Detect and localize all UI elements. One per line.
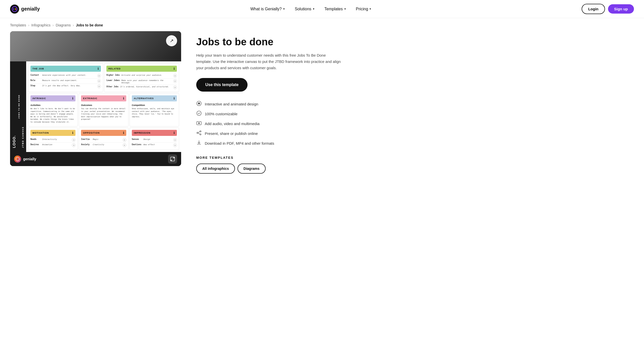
feature-item-2: 100% customizable	[196, 110, 342, 117]
card-motivation: MOTIVATION ℹ Needs Interactivity + Desir…	[28, 128, 78, 150]
info-section: Jobs to be done Help your team to unders…	[196, 31, 342, 174]
outcomes-title: Outcomes	[81, 104, 126, 106]
info-icon-impression: ℹ	[174, 131, 175, 135]
login-button[interactable]: Login	[582, 4, 605, 14]
tag-diagrams[interactable]: Diagrams	[237, 164, 266, 174]
emotions-label: Emotions	[132, 143, 142, 146]
inertia-value: Magic	[93, 138, 121, 140]
alternatives-label: ALTERNATIVES	[134, 97, 154, 100]
needs-value: Interactivity	[42, 138, 70, 140]
senses-label: Senses	[132, 138, 142, 140]
competition-text: Show enthusiasm, smile, and maintain eye…	[132, 107, 177, 118]
higher-jobs-label: Higher Jobs	[106, 74, 120, 76]
plus-icon-context[interactable]: +	[97, 74, 101, 78]
the-job-row-2: Role Measure results and experiment. +	[30, 79, 101, 84]
plus-icon-desires[interactable]: +	[72, 143, 75, 147]
card-motivation-header: MOTIVATION ℹ	[30, 130, 75, 136]
plus-icon-step[interactable]: +	[97, 85, 101, 88]
use-template-button[interactable]: Use this template	[196, 78, 248, 92]
svg-point-8	[198, 102, 200, 104]
plus-icon-needs[interactable]: +	[72, 138, 75, 142]
feature-text-3: Add audio, video and multimedia	[205, 122, 260, 126]
tag-all-infographics[interactable]: All infographics	[196, 164, 235, 174]
plus-icon-emotions[interactable]: +	[173, 143, 177, 147]
nav-link-templates[interactable]: Templates ▾	[320, 5, 350, 13]
opposition-label: OPPOSITION	[83, 132, 100, 134]
share-icon	[196, 130, 202, 137]
impression-row-1: Senses Design +	[132, 137, 177, 143]
impression-label: IMPRESSION	[134, 132, 151, 134]
customizable-icon	[196, 110, 202, 117]
motivation-label: MOTIVATION	[32, 132, 49, 134]
preview-container[interactable]: ↗ JTBD CANVAS JOBS TO BE DONE LOGO.	[10, 31, 181, 166]
svg-point-11	[198, 123, 200, 124]
emotions-value: Wow effect	[143, 143, 172, 146]
related-row-2: Lower Jobes Make sure your audience reme…	[106, 79, 177, 85]
preview-brand: genially	[14, 156, 36, 163]
plus-icon-inertia[interactable]: +	[123, 138, 126, 142]
outcomes-text: You can develop the content in more deta…	[81, 107, 126, 121]
card-extrinsic-header: EXTRINSIC ℹ	[81, 95, 126, 101]
nav-logo[interactable]: genially	[10, 5, 40, 14]
chevron-down-icon: ▾	[313, 7, 314, 11]
anxiety-value: Creativity	[93, 143, 121, 146]
plus-icon-senses[interactable]: +	[173, 138, 177, 142]
card-the-job-header: THE JOB ℹ	[30, 66, 101, 72]
svg-point-4	[17, 159, 18, 160]
canvas-content: JTBD CANVAS JOBS TO BE DONE LOGO. THE JO…	[10, 61, 181, 152]
needs-label: Needs	[30, 138, 41, 140]
info-icon-related: ℹ	[174, 67, 175, 70]
canvas-bottom-row: MOTIVATION ℹ Needs Interactivity + Desir…	[28, 128, 179, 150]
breadcrumb-diagrams[interactable]: Diagrams	[56, 23, 71, 27]
expand-button[interactable]	[168, 154, 177, 164]
related-label: RELATED	[108, 67, 121, 70]
plus-icon-other[interactable]: +	[173, 86, 177, 89]
motivation-row-2: Desires Animation +	[30, 143, 75, 148]
sidebar-bottom-logo: LOGO.	[12, 65, 16, 148]
main-content: ↗ JTBD CANVAS JOBS TO BE DONE LOGO.	[0, 31, 352, 189]
info-icon-alternatives: ℹ	[174, 97, 175, 100]
breadcrumb-infographics[interactable]: Infographics	[31, 23, 50, 27]
page-title: Jobs to be done	[196, 36, 342, 47]
feature-item-3: Add audio, video and multimedia	[196, 120, 342, 127]
card-related-header: RELATED ℹ	[106, 66, 177, 72]
other-jobs-label: Other Jobs	[106, 86, 118, 88]
share-button[interactable]: ↗	[166, 35, 177, 46]
anxiety-label: Anxiety	[81, 143, 91, 146]
plus-icon-lower[interactable]: +	[173, 79, 177, 83]
card-related: RELATED ℹ Higher Jobs Activate and surpr…	[104, 63, 179, 92]
info-icon-opposition: ℹ	[123, 131, 124, 135]
signup-button[interactable]: Sign up	[608, 4, 634, 14]
nav-link-solutions[interactable]: Solutions ▾	[291, 5, 318, 13]
intrinsic-label: INTRINSIC	[32, 97, 46, 100]
features-list: Interactive and animated design 100% cus…	[196, 101, 342, 147]
plus-icon-anxiety[interactable]: +	[123, 143, 126, 147]
nav-link-what-is[interactable]: What is Genially? ▾	[246, 5, 289, 13]
plus-icon-role[interactable]: +	[97, 79, 101, 83]
feature-text-1: Interactive and animated design	[205, 102, 258, 106]
feature-item-4: Present, share or publish online	[196, 130, 342, 137]
preview-top-bar: ↗	[10, 31, 181, 61]
the-job-row-1: Context Generate experiences with your c…	[30, 73, 101, 79]
plus-icon-higher[interactable]: +	[173, 74, 177, 78]
motivation-row-1: Needs Interactivity +	[30, 137, 75, 143]
canvas-main: THE JOB ℹ Context Generate experiences w…	[26, 61, 181, 152]
more-templates-label: MORE TEMPLATES	[196, 156, 342, 160]
desires-value: Animation	[42, 143, 70, 146]
breadcrumb-templates[interactable]: Templates	[10, 23, 26, 27]
impression-row-2: Emotions Wow effect +	[132, 143, 177, 148]
feature-item-5: Download in PDF, MP4 and other formats	[196, 140, 342, 147]
nav-actions: Login Sign up	[582, 4, 634, 14]
context-label: Context	[30, 74, 41, 76]
chevron-down-icon: ▾	[283, 7, 285, 11]
card-alternatives: ALTERNATIVES ℹ Competition Show enthusia…	[130, 93, 179, 127]
preview-section: ↗ JTBD CANVAS JOBS TO BE DONE LOGO.	[10, 31, 181, 174]
activities-title: Activities	[30, 104, 75, 106]
canvas-mid-row: INTRINSIC ℹ Activities We don't like to …	[28, 93, 179, 127]
nav-link-pricing[interactable]: Pricing ▾	[352, 5, 375, 13]
breadcrumb-sep-3: ›	[73, 23, 74, 27]
svg-point-3	[16, 157, 19, 161]
info-icon-the-job: ℹ	[98, 67, 99, 70]
download-icon	[196, 140, 202, 147]
sidebar-mid-label: JOBS TO BE DONE	[18, 65, 20, 148]
